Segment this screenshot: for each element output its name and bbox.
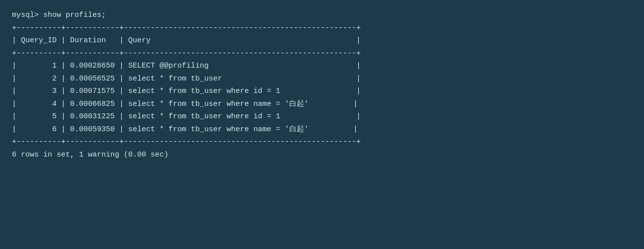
- table-row: | 2 | 0.00056525 | select * from tb_user…: [12, 73, 632, 85]
- table-row: | 5 | 0.00031225 | select * from tb_user…: [12, 110, 632, 123]
- separator-top: +----------+------------+---------------…: [12, 22, 632, 35]
- table-row: | 4 | 0.00066825 | select * from tb_user…: [12, 98, 632, 111]
- table-row: | 6 | 0.00059350 | select * from tb_user…: [12, 123, 632, 136]
- terminal-window: mysql> show profiles; +----------+------…: [12, 9, 632, 161]
- prompt-line: mysql> show profiles;: [12, 9, 632, 22]
- table-body: | 1 | 0.00028650 | SELECT @@profiling ||…: [12, 60, 632, 136]
- table-header: | Query_ID | Duration | Query |: [12, 34, 632, 47]
- separator-bottom: +----------+------------+---------------…: [12, 136, 632, 149]
- table-row: | 1 | 0.00028650 | SELECT @@profiling |: [12, 60, 632, 73]
- separator-mid: +----------+------------+---------------…: [12, 47, 632, 60]
- table-row: | 3 | 0.00071575 | select * from tb_user…: [12, 85, 632, 98]
- footer-line: 6 rows in set, 1 warning (0.00 sec): [12, 149, 632, 162]
